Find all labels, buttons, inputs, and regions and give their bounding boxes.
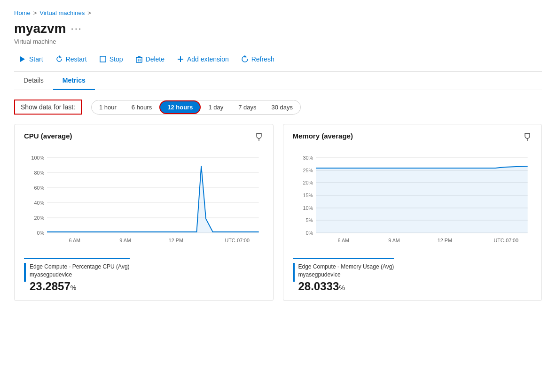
restart-icon [55, 55, 63, 63]
svg-marker-24 [47, 166, 259, 233]
tab-metrics[interactable]: Metrics [53, 72, 95, 90]
refresh-button[interactable]: Refresh [236, 53, 282, 66]
cpu-legend: Edge Compute - Percentage CPU (Avg) myas… [24, 258, 130, 293]
breadcrumb: Home > Virtual machines > [14, 9, 542, 16]
refresh-icon [241, 55, 249, 63]
cpu-legend-device: myasegpudevice [30, 271, 130, 279]
svg-text:20%: 20% [34, 215, 45, 221]
cpu-pin-icon[interactable] [254, 132, 264, 144]
breadcrumb-home[interactable]: Home [14, 9, 31, 16]
svg-text:10%: 10% [303, 205, 313, 211]
svg-text:0%: 0% [37, 230, 45, 236]
memory-chart-svg: 30% 25% 20% 15% 10% 5% 0% 6 AM 9 AM 12 P… [293, 148, 533, 252]
breadcrumb-sep1: > [33, 9, 37, 16]
cpu-legend-name: Edge Compute - Percentage CPU (Avg) [30, 263, 130, 271]
svg-text:30%: 30% [303, 155, 313, 161]
restart-button[interactable]: Restart [51, 53, 94, 66]
show-data-label: Show data for last: [14, 100, 82, 115]
stop-button[interactable]: Stop [94, 53, 131, 66]
svg-text:0%: 0% [305, 230, 313, 236]
svg-marker-0 [20, 56, 25, 62]
start-icon [19, 55, 26, 63]
tabs: Details Metrics [14, 72, 542, 90]
svg-text:25%: 25% [303, 168, 313, 173]
memory-chart-title: Memory (average) [293, 132, 353, 140]
time-options: 1 hour 6 hours 12 hours 1 day 7 days 30 … [91, 100, 301, 115]
svg-rect-2 [100, 56, 106, 62]
memory-legend-color [293, 263, 295, 282]
svg-text:6 AM: 6 AM [69, 238, 81, 243]
time-option-30days[interactable]: 30 days [264, 101, 301, 114]
time-option-6hours[interactable]: 6 hours [124, 101, 159, 114]
vm-subtitle: Virtual machine [14, 38, 542, 45]
tab-details[interactable]: Details [14, 72, 53, 90]
time-option-1day[interactable]: 1 day [201, 101, 231, 114]
memory-legend-name: Edge Compute - Memory Usage (Avg) [298, 263, 394, 271]
start-button[interactable]: Start [14, 53, 51, 66]
memory-legend-info: Edge Compute - Memory Usage (Avg) myaseg… [298, 263, 394, 293]
toolbar: Start Restart Stop Delete Add extension … [14, 53, 542, 72]
memory-chart-header: Memory (average) [293, 132, 533, 144]
svg-text:UTC-07:00: UTC-07:00 [225, 238, 250, 243]
cpu-legend-color [24, 263, 26, 282]
memory-pin-icon[interactable] [523, 132, 532, 144]
time-option-7days[interactable]: 7 days [231, 101, 264, 114]
cpu-legend-info: Edge Compute - Percentage CPU (Avg) myas… [30, 263, 130, 293]
svg-text:40%: 40% [34, 200, 45, 206]
svg-text:6 AM: 6 AM [337, 238, 349, 243]
svg-text:9 AM: 9 AM [388, 238, 400, 243]
vm-name: myazvm [14, 21, 66, 36]
svg-text:12 PM: 12 PM [169, 238, 183, 243]
stop-icon [99, 55, 107, 63]
memory-legend-device: myasegpudevice [298, 271, 394, 279]
title-area: myazvm ··· [14, 21, 542, 36]
add-icon [177, 55, 184, 63]
svg-text:UTC-07:00: UTC-07:00 [493, 238, 518, 243]
cpu-chart-card: CPU (average) 100% 80% 60% 40% 20 [14, 124, 274, 301]
time-filter-row: Show data for last: 1 hour 6 hours 12 ho… [14, 100, 542, 115]
svg-marker-45 [315, 166, 527, 233]
svg-rect-3 [136, 57, 142, 62]
memory-legend-value: 28.0333% [298, 280, 394, 293]
svg-text:9 AM: 9 AM [119, 238, 131, 243]
svg-text:100%: 100% [31, 155, 45, 161]
svg-marker-1 [59, 56, 61, 57]
memory-legend: Edge Compute - Memory Usage (Avg) myaseg… [293, 258, 394, 293]
svg-text:60%: 60% [34, 185, 45, 191]
svg-text:20%: 20% [303, 180, 313, 185]
cpu-legend-value: 23.2857% [30, 280, 130, 293]
svg-text:80%: 80% [34, 170, 45, 176]
svg-text:5%: 5% [305, 217, 313, 223]
memory-chart-card: Memory (average) 30% 25% [283, 124, 542, 301]
charts-grid: CPU (average) 100% 80% 60% 40% 20 [14, 124, 542, 301]
more-options-icon[interactable]: ··· [71, 23, 82, 35]
cpu-chart-header: CPU (average) [24, 132, 264, 144]
time-option-1hour[interactable]: 1 hour [92, 101, 124, 114]
add-extension-button[interactable]: Add extension [172, 53, 236, 66]
svg-text:12 PM: 12 PM [437, 238, 452, 243]
time-option-12hours[interactable]: 12 hours [159, 100, 201, 114]
cpu-chart-svg: 100% 80% 60% 40% 20% 0% 6 AM 9 AM 12 PM … [24, 148, 264, 252]
breadcrumb-vms[interactable]: Virtual machines [39, 9, 85, 16]
svg-text:15%: 15% [303, 192, 313, 198]
delete-button[interactable]: Delete [131, 53, 172, 66]
cpu-chart-title: CPU (average) [24, 132, 72, 140]
breadcrumb-sep2: > [87, 9, 91, 16]
delete-icon [135, 55, 143, 63]
